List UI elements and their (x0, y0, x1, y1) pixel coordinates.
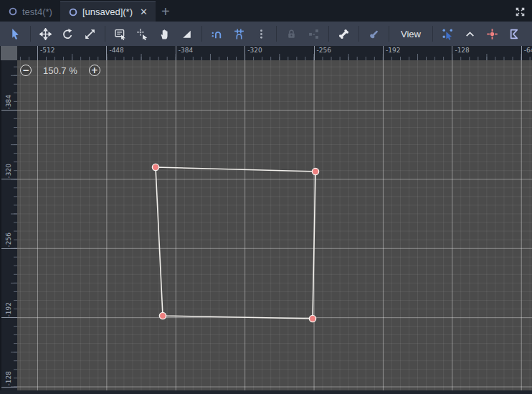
ruler-label: -256 (314, 46, 331, 60)
polygon-overlay (17, 60, 532, 394)
toolbar-separator (389, 26, 389, 42)
snap-options-button[interactable] (254, 25, 269, 42)
pan-tool-button[interactable] (157, 25, 172, 42)
toolbar-separator (30, 26, 31, 42)
polygon-vertex-handle[interactable] (159, 312, 166, 319)
ruler-label: -384 (176, 46, 193, 60)
rotate-tool-button[interactable] (60, 25, 75, 42)
grid-snap-button[interactable] (232, 25, 247, 42)
scene-tab-label: test4(*) (22, 6, 52, 17)
scene-circle-icon (68, 7, 78, 17)
list-select-button[interactable] (113, 25, 128, 42)
scale-tool-button[interactable] (82, 25, 98, 42)
bottom-panel-edge (0, 390, 532, 394)
pan-hand-icon (158, 28, 171, 40)
skeleton-options-button[interactable] (366, 25, 381, 42)
scene-tab-test4[interactable]: test4(*) (0, 1, 60, 22)
add-point-icon (486, 28, 498, 40)
bone-icon (338, 28, 350, 40)
collapse-menu-button[interactable] (462, 25, 478, 42)
smart-snap-button[interactable] (209, 25, 224, 42)
pivot-tool-button[interactable] (135, 25, 150, 42)
scale-tool-icon (84, 28, 96, 40)
polygon-vertex-handle[interactable] (152, 164, 158, 170)
snap-config-button[interactable] (529, 25, 532, 42)
ruler-label: -128 (5, 371, 12, 385)
group-icon (308, 28, 320, 40)
edit-points-icon (442, 28, 454, 40)
toolbar-separator (328, 26, 329, 42)
select-tool-icon (9, 28, 22, 40)
expand-icon (515, 6, 526, 17)
close-tab-icon[interactable]: ✕ (140, 7, 148, 17)
lock-icon (285, 28, 298, 40)
toolbar-separator (276, 26, 277, 42)
list-select-icon (114, 28, 126, 40)
zoom-level-value[interactable]: 150.7 % (36, 65, 85, 76)
edit-polygon-button[interactable] (507, 25, 522, 42)
ruler-icon (181, 28, 193, 40)
edited-polygon[interactable] (156, 167, 315, 319)
ruler-corner-box (1, 46, 17, 60)
skeleton-options-icon (368, 28, 380, 40)
smart-snap-icon (211, 28, 223, 40)
toolbar-separator (432, 26, 433, 42)
zoom-out-button[interactable]: − (20, 65, 32, 76)
polygon-vertex-handle[interactable] (312, 168, 318, 174)
scene-tab-bar: test4(*) [unsaved](*) ✕ + (0, 0, 532, 22)
ruler-label: -256 (5, 233, 12, 247)
godot-2d-editor: test4(*) [unsaved](*) ✕ + (0, 0, 532, 394)
ruler-label: -384 (5, 95, 12, 109)
pivot-icon (136, 28, 148, 40)
ruler-label: -64 (521, 46, 532, 60)
lock-object-button[interactable] (284, 25, 299, 42)
toolbar-separator (358, 26, 359, 42)
toolbar-separator (201, 26, 202, 42)
zoom-controls: − 150.7 % + (20, 64, 100, 77)
rotate-tool-icon (62, 28, 74, 40)
zoom-in-button[interactable]: + (89, 65, 100, 76)
canvas-toolbar: View (0, 22, 532, 46)
ruler-label: -320 (244, 46, 262, 60)
scene-tab-label: [unsaved](*) (82, 6, 133, 17)
group-children-button[interactable] (306, 25, 321, 42)
ruler-label: -192 (383, 46, 400, 60)
show-bones-button[interactable] (336, 25, 351, 42)
new-scene-tab-button[interactable]: + (156, 1, 176, 22)
grid-snap-icon (233, 28, 245, 40)
ruler-label: -448 (106, 46, 123, 60)
expand-viewport-button[interactable] (512, 4, 528, 19)
edit-polygon-icon (508, 28, 521, 40)
move-tool-icon (39, 28, 52, 40)
toolbar-separator (105, 26, 105, 42)
polygon-vertex-handle[interactable] (309, 315, 315, 322)
scene-tab-unsaved[interactable]: [unsaved](*) ✕ (60, 1, 156, 22)
ruler-tool-button[interactable] (179, 25, 194, 42)
vertical-ruler: -384 -320 -256 -192 -128 (0, 60, 17, 394)
move-tool-button[interactable] (38, 25, 53, 42)
ruler-label: -512 (37, 46, 54, 60)
snap-options-dots-icon (255, 28, 267, 40)
view-menu-button[interactable]: View (394, 25, 427, 42)
edit-points-button[interactable] (440, 25, 455, 42)
2d-viewport-canvas[interactable]: − 150.7 % + (17, 60, 532, 394)
horizontal-ruler: -512 -448 -384 -320 -256 -192 -128 -64 (17, 46, 532, 60)
select-tool-button[interactable] (8, 25, 23, 42)
scene-circle-icon (8, 6, 18, 17)
add-point-button[interactable] (485, 25, 500, 42)
ruler-label: -192 (5, 302, 12, 316)
ruler-label: -320 (5, 164, 12, 178)
ruler-label: -128 (452, 46, 469, 60)
chevron-up-icon (464, 28, 476, 40)
